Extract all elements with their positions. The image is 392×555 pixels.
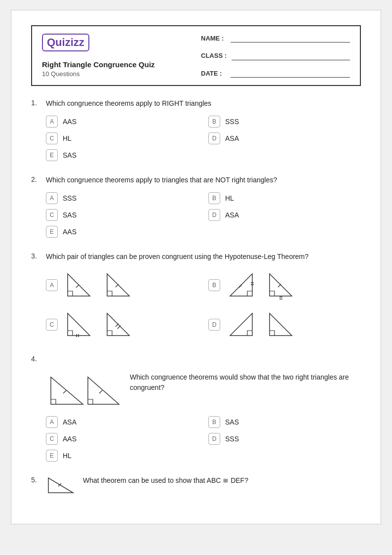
q2-option-c[interactable]: C SAS bbox=[46, 209, 198, 221]
q3-triangle-a1-svg bbox=[63, 269, 97, 301]
svg-line-17 bbox=[116, 324, 118, 327]
q1-header: 1. Which congruence theorems apply to RI… bbox=[31, 98, 361, 109]
svg-marker-20 bbox=[270, 313, 292, 336]
q3-label-b: B bbox=[208, 279, 220, 291]
q3-triangle-pair-b bbox=[225, 269, 297, 301]
q3-number: 3. bbox=[31, 252, 46, 260]
logo: Quizizz bbox=[42, 34, 89, 51]
page: Quizizz Right Triangle Congruence Quiz 1… bbox=[11, 10, 381, 524]
logo-container: Quizizz bbox=[42, 34, 191, 51]
q2-text-a: SSS bbox=[63, 194, 77, 202]
q4-options: A ASA B SAS C AAS D SSS E HL bbox=[31, 416, 361, 462]
q3-header: 3. Which pair of triangles can be proven… bbox=[31, 252, 361, 262]
q2-label-e: E bbox=[46, 226, 58, 238]
q3-triangles: A bbox=[31, 269, 361, 341]
header: Quizizz Right Triangle Congruence Quiz 1… bbox=[31, 25, 361, 86]
q4-option-a[interactable]: A ASA bbox=[46, 416, 198, 428]
svg-line-1 bbox=[76, 285, 79, 288]
q1-option-b[interactable]: B SSS bbox=[208, 116, 361, 128]
date-line bbox=[231, 69, 350, 78]
q4-triangles-svg bbox=[46, 370, 120, 409]
svg-line-22 bbox=[63, 390, 66, 393]
name-field-row: NAME : bbox=[201, 34, 350, 43]
q3-option-a[interactable]: A bbox=[46, 269, 198, 301]
q2-option-d[interactable]: D ASA bbox=[208, 209, 361, 221]
q5-number: 5. bbox=[31, 475, 46, 484]
q1-label-e: E bbox=[46, 149, 58, 161]
q4-text-e: HL bbox=[63, 452, 72, 460]
q3-triangle-c1-svg bbox=[63, 308, 97, 341]
date-field-row: DATE : bbox=[201, 69, 350, 78]
class-field-row: CLASS : bbox=[201, 51, 350, 60]
q1-text-e: SAS bbox=[63, 151, 77, 159]
q1-text-b: SSS bbox=[225, 118, 239, 126]
q4-text-c: AAS bbox=[63, 435, 77, 443]
q4-option-e[interactable]: E HL bbox=[46, 450, 198, 462]
header-left: Quizizz Right Triangle Congruence Quiz 1… bbox=[42, 34, 191, 78]
q1-option-d[interactable]: D ASA bbox=[208, 132, 361, 144]
q2-option-a[interactable]: A SSS bbox=[46, 192, 198, 204]
q3-triangle-a2-svg bbox=[100, 269, 134, 301]
q3-triangle-d2-svg bbox=[262, 308, 297, 341]
q4-header: 4. bbox=[31, 354, 361, 363]
q3-option-b[interactable]: B bbox=[208, 269, 361, 301]
q5-header: 5. What theorem can be used to show that… bbox=[31, 475, 361, 495]
q3-label-d: D bbox=[208, 319, 220, 331]
q1-option-e[interactable]: E SAS bbox=[46, 149, 198, 161]
q1-text: Which congruence theorems apply to RIGHT… bbox=[46, 98, 211, 109]
q4-option-b[interactable]: B SAS bbox=[208, 416, 361, 428]
question-5: 5. What theorem can be used to show that… bbox=[31, 475, 361, 495]
class-line bbox=[232, 51, 350, 60]
svg-line-3 bbox=[116, 284, 118, 287]
q4-label-d: D bbox=[208, 433, 220, 445]
q2-text-d: ASA bbox=[225, 211, 239, 219]
q5-triangles-svg bbox=[46, 475, 76, 495]
q4-option-d[interactable]: D SSS bbox=[208, 433, 361, 445]
q1-label-d: D bbox=[208, 132, 220, 144]
q3-text: Which pair of triangles can be proven co… bbox=[46, 252, 309, 262]
q4-layout: Which congruence theorems would show tha… bbox=[31, 370, 361, 409]
svg-line-9 bbox=[278, 284, 281, 287]
q2-label-b: B bbox=[208, 192, 220, 204]
question-3: 3. Which pair of triangles can be proven… bbox=[31, 252, 361, 341]
quiz-title: Right Triangle Congruence Quiz bbox=[42, 60, 191, 69]
question-2: 2. Which congruence theorems apply to tr… bbox=[31, 175, 361, 238]
q1-label-b: B bbox=[208, 116, 220, 128]
question-4: 4. Which congruence theorems would show … bbox=[31, 354, 361, 462]
q3-option-c[interactable]: C bbox=[46, 308, 198, 341]
q1-label-a: A bbox=[46, 116, 58, 128]
q4-label-c: C bbox=[46, 433, 58, 445]
q3-triangle-b1-svg bbox=[225, 269, 260, 301]
quiz-subtitle: 10 Questions bbox=[42, 70, 191, 78]
name-line bbox=[231, 34, 350, 43]
q1-option-a[interactable]: A AAS bbox=[46, 116, 198, 128]
q4-number: 4. bbox=[31, 354, 46, 363]
q1-label-c: C bbox=[46, 132, 58, 144]
q2-text-c: SAS bbox=[63, 211, 77, 219]
q1-option-c[interactable]: C HL bbox=[46, 132, 198, 144]
q4-option-c[interactable]: C AAS bbox=[46, 433, 198, 445]
q3-triangle-pair-c bbox=[63, 308, 134, 341]
q2-label-c: C bbox=[46, 209, 58, 221]
q2-number: 2. bbox=[31, 175, 46, 183]
q2-text: Which congruence theorems apply to trian… bbox=[46, 175, 277, 185]
q4-text-d: SSS bbox=[225, 435, 239, 443]
svg-marker-19 bbox=[230, 313, 252, 336]
q2-text-e: AAS bbox=[63, 228, 77, 236]
q4-label-e: E bbox=[46, 450, 58, 462]
q3-triangle-d1-svg bbox=[225, 308, 260, 341]
q3-triangle-c2-svg bbox=[100, 308, 134, 341]
q2-label-d: D bbox=[208, 209, 220, 221]
q3-label-a: A bbox=[46, 279, 58, 291]
q1-text-d: ASA bbox=[225, 134, 239, 142]
q3-triangle-pair-d bbox=[225, 308, 297, 341]
q2-option-e[interactable]: E AAS bbox=[46, 226, 198, 238]
question-1: 1. Which congruence theorems apply to RI… bbox=[31, 98, 361, 161]
q2-options: A SSS B HL C SAS D ASA E AAS bbox=[31, 192, 361, 238]
svg-line-24 bbox=[99, 390, 102, 393]
q2-text-b: HL bbox=[225, 194, 234, 202]
q3-option-d[interactable]: D bbox=[208, 308, 361, 341]
q3-label-c: C bbox=[46, 319, 58, 331]
q2-option-b[interactable]: B HL bbox=[208, 192, 361, 204]
q4-label-b: B bbox=[208, 416, 220, 428]
